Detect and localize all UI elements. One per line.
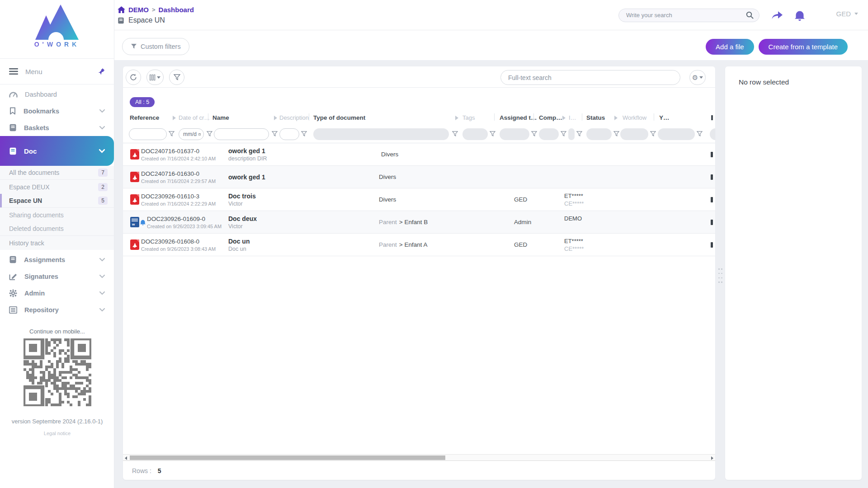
create-template-button[interactable]: Create from a template bbox=[759, 39, 848, 55]
panel-resize-grip[interactable] bbox=[718, 268, 722, 285]
col-status[interactable]: Status bbox=[586, 114, 605, 121]
filter-date-input[interactable]: mm/d bbox=[179, 128, 204, 140]
funnel-icon[interactable] bbox=[301, 131, 307, 137]
col-comp[interactable]: Comp… bbox=[539, 114, 562, 121]
brand-logo[interactable]: O'WORK bbox=[0, 0, 114, 59]
doc-name: owork ged 1 bbox=[228, 174, 265, 181]
sidebar-item-assignments[interactable]: Assignments bbox=[0, 251, 114, 268]
filter-y-disabled bbox=[658, 128, 695, 140]
clipped-value-fragment bbox=[711, 220, 713, 225]
horizontal-scrollbar[interactable] bbox=[123, 454, 715, 461]
col-tags[interactable]: Tags bbox=[462, 114, 475, 121]
pdf-file-icon bbox=[130, 172, 139, 182]
book-icon bbox=[9, 147, 17, 155]
filter-reference-input[interactable] bbox=[129, 128, 167, 140]
funnel-icon[interactable] bbox=[207, 131, 212, 137]
sidebar-item-history-track[interactable]: History track bbox=[0, 236, 114, 250]
breadcrumb-root[interactable]: DEMO bbox=[128, 6, 149, 14]
scroll-left-arrow[interactable] bbox=[125, 456, 127, 460]
funnel-icon[interactable] bbox=[272, 131, 278, 137]
col-assigned-to[interactable]: Assigned t… bbox=[500, 114, 537, 121]
search-icon[interactable] bbox=[746, 11, 754, 19]
pin-sidebar-icon[interactable] bbox=[98, 68, 105, 75]
hamburger-icon bbox=[9, 68, 18, 75]
sidebar-item-label: Doc bbox=[24, 147, 99, 155]
global-search-input[interactable] bbox=[626, 12, 746, 19]
sidebar-menu-toggle[interactable]: Menu bbox=[0, 59, 114, 84]
col-description[interactable]: Description bbox=[279, 114, 309, 121]
home-icon[interactable] bbox=[118, 6, 125, 13]
sidebar-item-sharing-documents[interactable]: Sharing documents bbox=[0, 208, 114, 222]
sort-arrow-icon[interactable] bbox=[274, 116, 277, 120]
sidebar-item-espace-un[interactable]: Espace UN 5 bbox=[0, 194, 114, 208]
filters-button[interactable] bbox=[169, 70, 184, 85]
app-window: O'WORK Menu Dashboard bbox=[0, 0, 868, 488]
add-file-button[interactable]: Add a file bbox=[706, 39, 754, 55]
pdf-file-icon bbox=[130, 194, 139, 205]
user-menu[interactable]: GED bbox=[836, 10, 858, 18]
sidebar-item-dashboard[interactable]: Dashboard bbox=[0, 86, 114, 103]
funnel-icon[interactable] bbox=[576, 131, 582, 137]
caret-down-icon bbox=[854, 13, 858, 15]
sidebar-item-doc[interactable]: Doc bbox=[0, 136, 114, 166]
table-settings-button[interactable]: ⚙ bbox=[689, 70, 706, 85]
legal-notice-link[interactable]: Legal notice bbox=[0, 431, 114, 436]
funnel-icon[interactable] bbox=[452, 131, 458, 137]
col-name[interactable]: Name bbox=[212, 114, 229, 121]
filter-description-input[interactable] bbox=[279, 128, 299, 140]
doc-name-sub: Victor bbox=[228, 223, 257, 230]
table-row[interactable]: DOC230926-01608-0 Created on 9/26/2023 3… bbox=[123, 234, 715, 256]
sidebar-item-deleted-documents[interactable]: Deleted documents bbox=[0, 222, 114, 236]
columns-button[interactable] bbox=[146, 70, 164, 85]
brand-wordmark: O'WORK bbox=[0, 41, 114, 48]
page-actions: Custom filters Add a file Create from a … bbox=[114, 30, 868, 55]
funnel-icon[interactable] bbox=[169, 131, 175, 137]
funnel-icon[interactable] bbox=[561, 131, 566, 137]
table-row[interactable]: DOC230926-01610-3 Created on 7/16/2024 2… bbox=[123, 188, 715, 211]
sidebar-item-baskets[interactable]: Baskets bbox=[0, 119, 114, 136]
clipped-value-fragment bbox=[711, 197, 713, 202]
sidebar-item-espace-deux[interactable]: Espace DEUX 2 bbox=[0, 180, 114, 194]
custom-filters-button[interactable]: Custom filters bbox=[122, 38, 189, 55]
sort-arrow-icon[interactable] bbox=[455, 116, 458, 120]
sort-arrow-icon[interactable] bbox=[173, 116, 176, 120]
word-file-icon: w bbox=[130, 217, 139, 227]
refresh-button[interactable] bbox=[126, 70, 141, 85]
tab-all-documents[interactable]: All : 5 bbox=[130, 97, 155, 107]
funnel-icon[interactable] bbox=[650, 131, 656, 137]
sidebar-item-all-documents[interactable]: All the documents 7 bbox=[0, 166, 114, 180]
sidebar-item-bookmarks[interactable]: Bookmarks bbox=[0, 103, 114, 119]
table-row[interactable]: DOC240716-01630-0 Created on 7/16/2024 2… bbox=[123, 166, 715, 188]
breadcrumb-current[interactable]: Dashboard bbox=[159, 6, 194, 14]
clipped-value-fragment bbox=[711, 242, 713, 248]
sort-arrow-icon[interactable] bbox=[614, 116, 618, 120]
mountain-logo-icon bbox=[34, 4, 80, 40]
table-body: DOC240716-01637-0 Created on 7/16/2024 2… bbox=[123, 143, 715, 256]
filter-name-input[interactable] bbox=[214, 128, 269, 140]
funnel-icon[interactable] bbox=[531, 131, 537, 137]
col-y[interactable]: Y… bbox=[659, 114, 670, 121]
scrollbar-thumb[interactable] bbox=[130, 455, 445, 460]
col-workflow[interactable]: Workflow bbox=[623, 114, 646, 121]
sidebar-item-signatures[interactable]: Signatures bbox=[0, 268, 114, 285]
col-date-created[interactable]: Date of cr… bbox=[179, 114, 210, 121]
scroll-right-arrow[interactable] bbox=[711, 456, 713, 460]
col-i[interactable]: I… bbox=[569, 114, 576, 121]
table-filter-row: mm/d bbox=[123, 127, 715, 143]
table-row[interactable]: DOC240716-01637-0 Created on 7/16/2024 2… bbox=[123, 143, 715, 166]
sidebar-item-repository[interactable]: Repository bbox=[0, 301, 114, 318]
fulltext-search-input[interactable] bbox=[508, 74, 673, 81]
col-type[interactable]: Type of document bbox=[313, 114, 365, 121]
funnel-icon[interactable] bbox=[490, 131, 495, 137]
share-button[interactable] bbox=[771, 10, 783, 21]
notifications-button[interactable] bbox=[795, 10, 805, 21]
sidebar-item-admin[interactable]: Admin bbox=[0, 285, 114, 301]
sort-arrow-icon[interactable] bbox=[562, 116, 566, 120]
doc-type: > Enfant A bbox=[399, 241, 428, 248]
funnel-icon[interactable] bbox=[613, 131, 619, 137]
col-reference[interactable]: Reference bbox=[130, 114, 159, 121]
doc-created: Created on 9/26/2023 3:09:45 AM bbox=[147, 224, 222, 229]
funnel-icon[interactable] bbox=[697, 131, 703, 137]
table-row[interactable]: w DOC230926-01609-0 Created on 9/26/2023… bbox=[123, 211, 715, 234]
svg-text:w: w bbox=[132, 222, 135, 226]
